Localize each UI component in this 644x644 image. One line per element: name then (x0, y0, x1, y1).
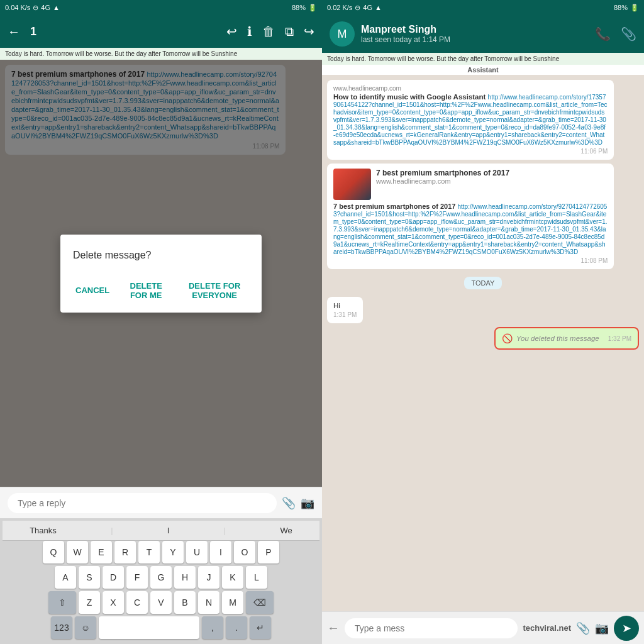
left-signal-bars: ▲ (53, 4, 60, 11)
key-n[interactable]: N (198, 591, 219, 614)
bubble-2-thumbnail: 7 best premium smartphones of 2017 www.h… (333, 169, 608, 200)
suggestion-1[interactable]: Thanks (30, 526, 57, 535)
left-toolbar: ← 1 ↩ ℹ 🗑 ⧉ ↪ (0, 15, 322, 48)
key-j[interactable]: J (198, 566, 219, 589)
right-marquee: Today is hard. Tomorrow will be worse. B… (322, 53, 644, 65)
deleted-message-bubble: 🚫 You deleted this message 1:32 PM (494, 327, 639, 350)
right-battery: 88% (614, 4, 628, 11)
key-v[interactable]: V (150, 591, 172, 614)
key-a[interactable]: A (55, 566, 76, 589)
suggestion-3[interactable]: We (280, 526, 292, 535)
cancel-button[interactable]: CANCEL (73, 276, 112, 305)
right-toolbar: M Manpreet Singh last seen today at 1:14… (322, 15, 644, 53)
left-status-bar: 0.04 K/s ⊖ 4G ▲ 88% 🔋 (0, 0, 322, 15)
right-toolbar-icons: 📞 📎 (595, 26, 636, 42)
suggestion-2[interactable]: I (167, 526, 170, 535)
camera-icon[interactable]: 📷 (595, 621, 609, 635)
key-c[interactable]: C (126, 591, 148, 614)
key-enter[interactable]: ↵ (250, 616, 271, 639)
key-o[interactable]: O (234, 541, 255, 564)
right-status-bar: 0.02 K/s ⊖ 4G ▲ 88% 🔋 (322, 0, 644, 15)
key-b[interactable]: B (174, 591, 196, 614)
left-chat-area: 7 best premium smartphones of 2017 http:… (0, 60, 322, 487)
watermark-text: techviral.net (523, 623, 571, 633)
dialog-buttons: CANCEL DELETE FOR ME DELETE FOR EVERYONE (73, 276, 249, 305)
send-icon: ➤ (622, 621, 631, 635)
received-bubble-2: 7 best premium smartphones of 2017 www.h… (327, 164, 614, 269)
contact-info: Manpreet Singh last seen today at 1:14 P… (361, 24, 589, 44)
back-arrow-icon[interactable]: ← (327, 621, 340, 635)
today-badge: TODAY (464, 277, 502, 289)
info-icon[interactable]: ℹ (247, 24, 252, 39)
delete-for-me-button[interactable]: DELETE FOR ME (122, 276, 170, 305)
right-signal: 4G (363, 4, 372, 11)
right-status-right: 88% 🔋 (614, 4, 639, 12)
right-status-left: 0.02 K/s ⊖ 4G ▲ (327, 4, 382, 12)
key-m[interactable]: M (222, 591, 243, 614)
key-num[interactable]: 123 (51, 616, 72, 639)
bubble-2-link: http://www.headlinecamp.com/story/927041… (333, 203, 608, 255)
key-f[interactable]: F (126, 566, 148, 589)
key-g[interactable]: G (150, 566, 172, 589)
left-status-right: 88% 🔋 (292, 4, 317, 12)
key-shift[interactable]: ⇧ (48, 591, 76, 614)
deleted-time: 1:32 PM (608, 335, 631, 342)
key-t[interactable]: T (138, 541, 160, 564)
left-marquee: Today is hard. Tomorrow will be worse. B… (0, 48, 322, 60)
key-r[interactable]: R (114, 541, 136, 564)
delete-icon[interactable]: 🗑 (262, 25, 275, 39)
key-z[interactable]: Z (79, 591, 100, 614)
key-u[interactable]: U (186, 541, 208, 564)
received-bubble-hi: Hi 1:31 PM (327, 297, 363, 323)
right-minus-icon: ⊖ (355, 4, 360, 12)
key-delete[interactable]: ⌫ (246, 591, 274, 614)
reply-camera-icon[interactable]: 📷 (301, 496, 314, 510)
copy-icon[interactable]: ⧉ (285, 25, 294, 39)
key-x[interactable]: X (103, 591, 124, 614)
keyboard-row-1: Q W E R T Y U I O P (3, 541, 319, 564)
delete-for-everyone-button[interactable]: DELETE FOR EVERYONE (180, 276, 249, 305)
deleted-text: You deleted this message (516, 335, 599, 342)
key-comma[interactable]: , (202, 616, 223, 639)
send-button[interactable]: ➤ (614, 616, 639, 641)
key-d[interactable]: D (103, 566, 124, 589)
key-emoji[interactable]: ☺ (75, 616, 96, 639)
attachment-icon[interactable]: 📎 (576, 621, 590, 635)
reply-bar: 📎 📷 (0, 487, 322, 518)
left-minus-icon: ⊖ (33, 4, 38, 12)
key-w[interactable]: W (67, 541, 88, 564)
received-bubble-1: www.headlinecamp.com How to identify mus… (327, 80, 614, 160)
keyboard-row-2: A S D F G H J K L (3, 566, 319, 589)
forward-icon[interactable]: ↪ (304, 24, 314, 39)
key-i[interactable]: I (210, 541, 231, 564)
back-icon[interactable]: ← (8, 25, 20, 39)
key-h[interactable]: H (174, 566, 196, 589)
bubble-1-time: 11:06 PM (333, 148, 608, 155)
paperclip-icon[interactable]: 📎 (621, 26, 636, 42)
key-q[interactable]: Q (43, 541, 64, 564)
key-k[interactable]: K (222, 566, 243, 589)
reply-icon[interactable]: ↩ (226, 24, 237, 39)
left-speed: 0.04 K/s (5, 4, 30, 11)
message-count: 1 (30, 25, 216, 38)
right-battery-icon: 🔋 (630, 4, 639, 12)
reply-attachment-icon[interactable]: 📎 (282, 496, 296, 510)
avatar: M (330, 21, 355, 47)
bubble-2-time: 11:08 PM (333, 257, 608, 264)
assistant-bar: Assistant (322, 65, 644, 75)
key-p[interactable]: P (258, 541, 279, 564)
right-speed: 0.02 K/s (327, 4, 352, 11)
bubble-1-link: http://www.headlinecamp.com/story/173579… (333, 94, 608, 146)
phone-icon[interactable]: 📞 (595, 26, 611, 42)
key-y[interactable]: Y (162, 541, 184, 564)
right-signal-bars: ▲ (375, 4, 382, 11)
contact-name: Manpreet Singh (361, 24, 589, 35)
key-space[interactable] (99, 616, 199, 639)
reply-input[interactable] (8, 493, 277, 513)
message-input[interactable] (345, 618, 518, 638)
key-s[interactable]: S (79, 566, 100, 589)
key-l[interactable]: L (246, 566, 267, 589)
key-period[interactable]: . (226, 616, 247, 639)
bubble-1-site: www.headlinecamp.com (333, 85, 608, 92)
key-e[interactable]: E (91, 541, 112, 564)
